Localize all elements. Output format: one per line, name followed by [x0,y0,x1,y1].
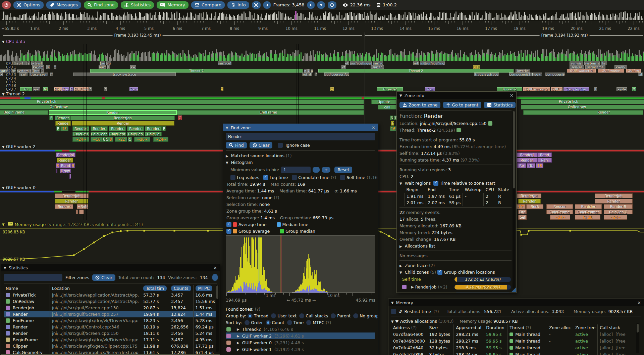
cpu-zone-chip[interactable]: kw,gm [32,65,44,69]
cpu-zone-chip[interactable]: syst [33,87,40,91]
zone-chip[interactable]: ~22 [115,137,127,142]
cpu-zone-chip[interactable]: aux: [99,65,106,69]
group-by-call-stacks[interactable]: Call stacks [299,313,328,318]
zone-chip[interactable]: Render [57,158,73,163]
zone-chip[interactable]: ~24~ [604,215,627,220]
zone-bar[interactable] [56,169,57,173]
zone-chip[interactable]: C [103,137,105,142]
cpu-zone-chip[interactable]: servicema [585,65,605,69]
cumulate-time-checkbox[interactable]: Cumulate time (?) [292,175,336,180]
zone-chip[interactable]: F [49,116,53,120]
statistics-row[interactable]: Clipperjni/../jni/src/claw/gfx/geo/Clipp… [4,343,217,349]
cpu-zone-chip[interactable]: ^ [104,87,107,91]
col-size[interactable]: Size [427,324,454,331]
zone-chip[interactable]: Render R [604,204,633,209]
col-call-stack[interactable]: Call stack [598,324,641,331]
close-icon[interactable]: ✕ [372,125,375,130]
zone-bar[interactable] [523,110,643,115]
memory-titlebar[interactable]: ▼ Memory ✕ [388,299,644,306]
zone-chip[interactable]: Re [517,163,526,168]
zone-bar[interactable] [76,210,78,214]
statistics-row[interactable]: Renderjni/../jni/src/guif/Screen.cpp:257… [4,311,217,317]
cpu-zone-chip[interactable]: surfacefinger [350,61,372,65]
zone-chip[interactable]: Render [91,126,108,131]
cpu-zone-chip[interactable]: audioserver /audio [324,73,349,76]
cpu-zone-chip[interactable]: tracy_systrace [474,73,499,76]
zone-chip[interactable]: RenderJ [517,152,537,157]
zone-chip[interactable]: Update [371,99,396,104]
cpu-zone-chip[interactable]: M [632,87,636,91]
zone-chip[interactable]: C( 26 [575,215,600,220]
zone-chip[interactable]: C [105,137,108,142]
cpu-zone-chip[interactable]: kw [130,65,136,69]
found-zone-group[interactable]: ▶Thread-2(4,105) 6.46 s [226,326,375,332]
cpu-zone-chip[interactable]: et [341,65,346,69]
found-zone-group[interactable]: ▶GUIF worker 1(3,192) 4.39 s [226,346,375,353]
col-counts[interactable]: Counts [169,285,193,292]
cpu-zone-chip[interactable]: GUIF w [551,87,562,91]
log-values-checkbox[interactable]: Log values [230,175,259,180]
cpu-zone-chip[interactable]: s [28,61,30,65]
zone-chip[interactable]: ~24~ [153,137,168,142]
bin-minus-button[interactable]: - [313,167,320,173]
col-duration[interactable]: Duration [484,324,507,331]
zone-bar[interactable] [521,99,644,104]
child-zone-row[interactable]: ▶ RenderJob (×2)4.16 ms (92.60%) [399,283,512,291]
cpu-zone-chip[interactable]: GUI [70,87,73,91]
zoom-to-zone-button[interactable]: Zoom to zone [399,102,440,108]
cpu-zone-chip[interactable]: ^ [50,73,53,76]
allocation-row[interactable]: 0x7e049b3d00128 bytes298.27 ms59.95 sMai… [391,338,641,344]
cpu-zone-chip[interactable]: x [0,73,3,76]
cpu-zone-chip[interactable]: 1 [307,69,310,73]
reset-button[interactable]: Reset [334,167,352,173]
time-relative-checkbox[interactable] [433,181,438,186]
cpu-zone-chip[interactable]: Thread-2 [90,69,303,73]
zone-chip[interactable]: RerS [526,204,543,209]
cpu-zone-chip[interactable]: Trac [425,87,435,91]
zone-chip[interactable]: 18 [536,163,543,168]
cpu-zone-chip[interactable]: GUIF worker 2 [523,87,550,91]
allocation-row[interactable]: 0x7dfc42d64032 bytes298.3 ms59.95 sMain … [391,344,641,351]
statistics-row[interactable]: PrivateTickjni/../jni/src/claw/applicati… [4,292,217,298]
memory-scrollbar[interactable] [636,323,639,353]
zone-chip[interactable]: ~24~ [550,215,570,220]
wait-regions-section[interactable]: ▼ Wait regions Time relative to zone sta… [399,180,512,186]
cpu-zone-chip[interactable]: m [304,69,307,73]
zone-chip[interactable]: 18 [60,126,68,131]
zone-chip[interactable]: Render [55,116,71,120]
cpu-zone-chip[interactable]: l [594,87,597,91]
zone-chip[interactable]: Render [109,126,126,131]
zone-chip[interactable]: CalcGeor [109,132,126,136]
statistics-row[interactable]: Renderjni/../jni/src/guif/Control.cpp:34… [4,324,217,330]
go-to-parent-button[interactable]: Go to parent [443,102,481,108]
cpu-zone-chip[interactable]: Thread-2 [318,69,514,73]
group-by-thread[interactable]: Thread [248,313,269,318]
cpu-zone-chip[interactable]: GGUIF [54,87,62,91]
zone-chip[interactable]: Render [72,121,174,126]
self-time-checkbox[interactable]: Self time (1.16%) [340,175,378,180]
memory-usage-header[interactable]: ▼ Memory usage (y-range: 178.27 KB, visi… [2,222,143,227]
group-by-parent[interactable]: Parent [331,313,351,318]
found-zone-group[interactable]: ▶GUIF worker 2(3,296) 4.61 s [226,332,375,339]
cpu-zone-chip[interactable]: se [31,61,35,65]
resize-grip[interactable] [511,287,516,292]
statistics-row[interactable]: Renderjni/../jni/src/guif/Screen.cpp:150… [4,330,217,337]
sort-by-count[interactable]: Count [266,320,284,325]
thread-header-thread-2[interactable]: ▼Thread-2 [2,91,25,96]
cpu-zone-chip[interactable]: GUIF worker 0 [567,69,596,73]
zone-location[interactable]: jni/../jni/src/guif/Screen.cpp:150 [420,121,486,126]
collapse-icon[interactable]: ▼ [399,94,402,97]
child-zone-row[interactable]: Self time172.14 µs (3.83%) [399,275,512,283]
group-by-user-text[interactable]: User text [271,313,297,318]
wait-region-row[interactable]: 1.91 ms1.97 ms61 µs-2R [405,193,511,200]
sort-by-mtpc[interactable]: MTPC [306,320,324,325]
cpu-zone-chip[interactable]: kwork [614,65,627,69]
col-thread[interactable]: Thread (?) [507,324,547,331]
allocations-list-section[interactable]: ▶ Allocations list [399,242,512,249]
cpu-zone-chip[interactable]: a [311,69,313,73]
zone-chip[interactable]: call [378,105,396,109]
cpu-zone-chip[interactable]: syste [616,87,627,91]
col-total-time[interactable]: Total tim [141,285,169,292]
cpu-zone-chip[interactable]: rot_d [302,73,312,76]
zone-chip[interactable]: -17' [516,204,526,209]
